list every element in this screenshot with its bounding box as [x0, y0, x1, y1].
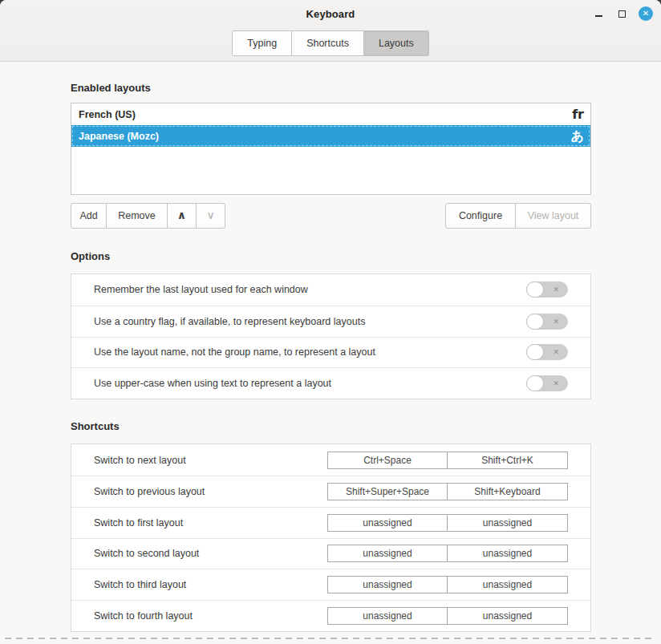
layout-name: French (US) [79, 109, 136, 120]
layout-indicator-ja: あ [571, 130, 584, 143]
keybinding-button[interactable]: unassigned [448, 545, 568, 562]
tab-bar: Typing Shortcuts Layouts [0, 27, 661, 56]
add-layout-button[interactable]: Add [71, 203, 107, 229]
option-label: Use a country flag, if available, to rep… [94, 316, 365, 327]
maximize-button[interactable] [615, 7, 628, 20]
keybinding-button[interactable]: unassigned [327, 576, 448, 593]
enabled-layouts-heading: Enabled layouts [71, 82, 591, 94]
shortcut-row-second-layout: Switch to second layout unassigned unass… [71, 538, 590, 569]
move-down-button[interactable]: ∨ [197, 203, 225, 229]
shortcut-row-first-layout: Switch to first layout unassigned unassi… [71, 507, 590, 538]
options-heading: Options [71, 250, 591, 262]
layouts-page: Enabled layouts French (US) fr Japanese … [0, 82, 661, 632]
option-row-country-flag: Use a country flag, if available, to rep… [71, 306, 590, 337]
minimize-button[interactable] [592, 7, 605, 20]
toggle-upper-case[interactable]: ✕ [526, 375, 568, 391]
keybinding-pair: unassigned unassigned [327, 576, 568, 593]
keybinding-pair: unassigned unassigned [327, 514, 568, 532]
keybinding-button[interactable]: Shift+Super+Space [327, 483, 448, 500]
shortcuts-heading: Shortcuts [71, 420, 591, 432]
options-box: Remember the last layout used for each w… [71, 273, 591, 399]
toggle-layout-name[interactable]: ✕ [526, 344, 568, 360]
shortcut-label: Switch to fourth layout [94, 610, 193, 622]
keybinding-button[interactable]: Shift+Ctrl+K [448, 452, 568, 469]
toggle-off-icon: ✕ [553, 286, 559, 294]
window-resize-edge[interactable] [5, 638, 656, 639]
layout-row-french[interactable]: French (US) fr [71, 103, 590, 125]
shortcut-row-next-layout: Switch to next layout Ctrl+Space Shift+C… [71, 444, 590, 476]
toggle-knob [526, 281, 544, 298]
toggle-knob [526, 314, 544, 330]
maximize-icon [618, 10, 626, 18]
window-title: Keyboard [306, 8, 355, 20]
keybinding-pair: unassigned unassigned [327, 607, 568, 625]
keybinding-button[interactable]: unassigned [448, 576, 568, 593]
keybinding-button[interactable]: Ctrl+Space [327, 452, 448, 469]
toggle-off-icon: ✕ [553, 349, 559, 356]
toggle-off-icon: ✕ [553, 318, 559, 325]
layout-row-japanese[interactable]: Japanese (Mozc) あ [71, 125, 590, 147]
configure-button[interactable]: Configure [445, 203, 516, 229]
tab-typing[interactable]: Typing [232, 30, 292, 56]
tab-shortcuts[interactable]: Shortcuts [292, 30, 364, 56]
shortcuts-box: Switch to next layout Ctrl+Space Shift+C… [71, 444, 591, 632]
titlebar[interactable]: Keyboard ✕ [0, 0, 661, 27]
keybinding-pair: Ctrl+Space Shift+Ctrl+K [327, 452, 568, 469]
shortcut-row-fourth-layout: Switch to fourth layout unassigned unass… [71, 600, 590, 631]
enabled-layouts-list: French (US) fr Japanese (Mozc) あ [71, 103, 591, 195]
close-button[interactable]: ✕ [639, 6, 653, 21]
option-label: Use upper-case when using text to repres… [94, 378, 331, 389]
shortcut-label: Switch to next layout [94, 455, 186, 466]
layouts-toolbar: Add Remove ∧ ∨ Configure View layout [71, 203, 591, 229]
option-row-upper-case: Use upper-case when using text to repres… [71, 367, 590, 399]
tab-layouts[interactable]: Layouts [364, 30, 429, 56]
shortcut-label: Switch to third layout [94, 579, 186, 590]
window-controls: ✕ [592, 0, 653, 27]
remove-layout-button[interactable]: Remove [107, 203, 168, 229]
shortcut-label: Switch to second layout [94, 548, 199, 559]
chevron-up-icon: ∧ [177, 209, 186, 221]
shortcut-label: Switch to previous layout [94, 486, 205, 497]
keybinding-button[interactable]: unassigned [448, 514, 568, 532]
tab-group: Typing Shortcuts Layouts [232, 30, 428, 56]
chevron-down-icon: ∨ [206, 209, 214, 221]
keybinding-button[interactable]: unassigned [448, 607, 568, 625]
toggle-country-flag[interactable]: ✕ [526, 314, 568, 330]
option-row-remember-layout: Remember the last layout used for each w… [71, 274, 590, 306]
shortcut-label: Switch to first layout [94, 517, 183, 529]
close-icon: ✕ [643, 10, 649, 18]
keybinding-button[interactable]: unassigned [327, 545, 448, 562]
layout-indicator-fr: fr [572, 108, 584, 121]
shortcut-row-third-layout: Switch to third layout unassigned unassi… [71, 569, 590, 600]
keybinding-button[interactable]: unassigned [327, 514, 448, 532]
keybinding-button[interactable]: Shift+Keyboard [448, 483, 568, 500]
view-layout-button[interactable]: View layout [516, 203, 591, 229]
shortcut-row-previous-layout: Switch to previous layout Shift+Super+Sp… [71, 476, 590, 507]
keybinding-pair: unassigned unassigned [327, 545, 568, 562]
toggle-remember-layout[interactable]: ✕ [526, 281, 568, 298]
keyboard-settings-window: Keyboard ✕ Typing Shortcuts Layouts [0, 0, 661, 644]
keybinding-button[interactable]: unassigned [327, 607, 448, 625]
toggle-knob [526, 344, 544, 360]
layout-name: Japanese (Mozc) [79, 131, 159, 142]
edit-button-group: Add Remove ∧ ∨ [71, 203, 225, 229]
option-label: Use the layout name, not the group name,… [94, 346, 375, 358]
toggle-knob [526, 375, 544, 391]
option-row-layout-name: Use the layout name, not the group name,… [71, 337, 590, 368]
option-label: Remember the last layout used for each w… [94, 284, 308, 295]
minimize-icon [595, 15, 602, 17]
move-up-button[interactable]: ∧ [168, 203, 197, 229]
toggle-off-icon: ✕ [553, 380, 559, 387]
window-header: Keyboard ✕ Typing Shortcuts Layouts [0, 0, 661, 62]
keybinding-pair: Shift+Super+Space Shift+Keyboard [327, 483, 568, 500]
configure-button-group: Configure View layout [445, 203, 591, 229]
